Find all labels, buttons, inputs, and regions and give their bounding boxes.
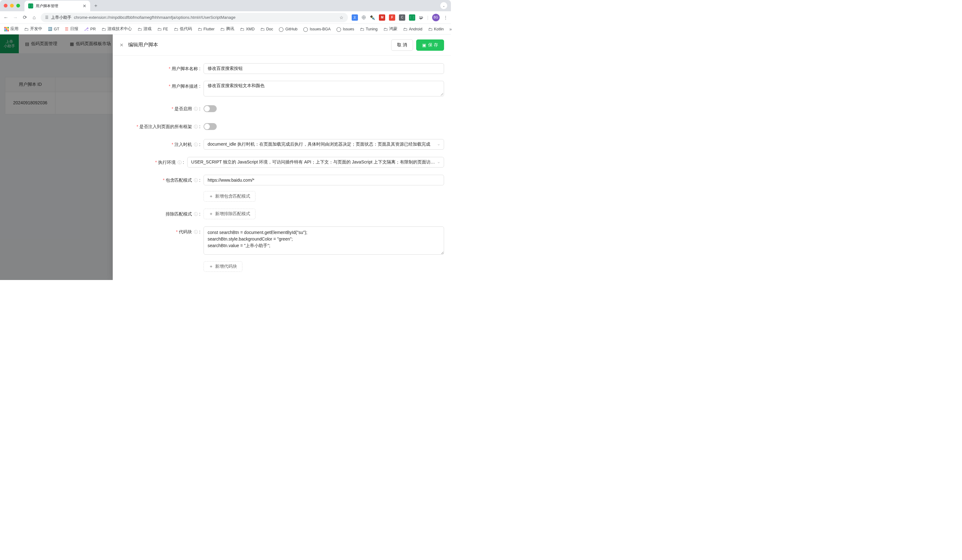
help-icon[interactable]: ⓘ — [194, 178, 198, 182]
drawer-body: *用户脚本名称 : *用户脚本描述 : 修改百度搜索按钮文本和颜色 *是否启用 … — [113, 56, 451, 280]
site-name: 上帝小助手 — [51, 15, 71, 20]
enabled-switch[interactable] — [203, 105, 217, 112]
back-button[interactable]: ← — [3, 15, 9, 20]
extension-translate-icon[interactable]: 文 — [352, 15, 358, 21]
bookmark-daily[interactable]: ☰日报 — [65, 26, 78, 32]
label-include: *包含匹配模式 ⓘ : — [119, 175, 203, 186]
extension-helper-icon[interactable]: ⋮⋮ — [409, 15, 415, 21]
label-exclude: 排除匹配模式 ⓘ : — [119, 208, 203, 219]
save-icon: ▣ — [422, 43, 426, 48]
folder-icon — [240, 27, 244, 32]
label-enabled: *是否启用 ⓘ : — [119, 103, 203, 114]
bookmarks-overflow-icon[interactable]: » — [449, 27, 452, 32]
extension-fe-icon[interactable]: F — [389, 15, 395, 21]
folder-icon — [260, 27, 265, 32]
browser-tab[interactable]: ⋮⋮ 用户脚本管理 ✕ — [24, 1, 90, 11]
bookmark-apps[interactable]: 应用 — [4, 26, 18, 32]
label-desc: *用户脚本描述 : — [119, 81, 203, 92]
forward-button[interactable]: → — [13, 15, 18, 20]
label-allframes: *是否注入到页面的所有框架 ⓘ : — [119, 121, 203, 132]
bookmark-folder[interactable]: Kotlin — [428, 27, 444, 32]
bookmark-folder[interactable]: Tuning — [360, 27, 378, 32]
close-window-button[interactable] — [4, 4, 8, 8]
bookmark-folder[interactable]: Doc — [260, 27, 273, 32]
folder-icon — [102, 27, 106, 32]
plus-icon: ＋ — [209, 264, 213, 270]
github-icon: ◯ — [336, 27, 341, 32]
add-exclude-button[interactable]: ＋新增排除匹配模式 — [203, 208, 255, 219]
folder-icon — [220, 27, 224, 32]
help-icon[interactable]: ⓘ — [194, 212, 198, 216]
minimize-window-button[interactable] — [10, 4, 14, 8]
github-icon: ◯ — [279, 27, 284, 32]
folder-icon — [24, 27, 29, 32]
bookmark-folder[interactable]: 游戏技术中心 — [102, 26, 132, 32]
help-icon[interactable]: ⓘ — [194, 107, 198, 111]
code-textarea[interactable] — [203, 226, 444, 255]
cancel-button[interactable]: 取 消 — [391, 39, 413, 51]
new-tab-button[interactable]: ＋ — [93, 3, 98, 9]
bookmark-github[interactable]: ◯GitHub — [279, 27, 297, 32]
browser-menu-icon[interactable]: ⋮ — [444, 15, 448, 20]
allframes-switch[interactable] — [203, 123, 217, 130]
help-icon[interactable]: ⓘ — [178, 160, 182, 165]
tab-title: 用户脚本管理 — [36, 3, 80, 9]
save-button[interactable]: ▣保 存 — [416, 39, 444, 51]
bookmark-issues-bga[interactable]: ◯Issues-BGA — [303, 27, 331, 32]
bookmark-pr[interactable]: ⎇PR — [84, 27, 95, 31]
bookmark-folder[interactable]: 开发中 — [24, 26, 42, 32]
traffic-lights — [4, 4, 20, 8]
drawer-header: ✕ 编辑用户脚本 取 消 ▣保 存 — [113, 34, 451, 56]
bookmark-folder[interactable]: 低代码 — [174, 26, 192, 32]
label-env: *执行环境 ⓘ : — [119, 157, 187, 168]
folder-icon — [428, 27, 433, 32]
close-tab-icon[interactable]: ✕ — [83, 3, 86, 8]
drawer-title: 编辑用户脚本 — [128, 42, 391, 48]
plus-icon: ＋ — [209, 211, 213, 217]
extension-m-icon[interactable]: M — [379, 15, 385, 21]
bookmark-folder[interactable]: 腾讯 — [220, 26, 234, 32]
tab-overflow-button[interactable]: ⌄ — [440, 2, 447, 9]
address-bar[interactable]: ☰ 上帝小助手 chrome-extension://ninpdibcdfbbf… — [41, 13, 348, 22]
bookmark-folder[interactable]: Flutter — [198, 27, 215, 32]
bookmark-folder[interactable]: 鸿蒙 — [383, 26, 397, 32]
reload-button[interactable]: ⟳ — [22, 15, 27, 20]
github-icon: ◯ — [303, 27, 308, 32]
help-icon[interactable]: ⓘ — [194, 142, 198, 147]
bookmark-folder[interactable]: XMD — [240, 27, 255, 32]
browser-titlebar: ⋮⋮ 用户脚本管理 ✕ ＋ ⌄ — [0, 0, 451, 11]
bookmark-folder[interactable]: 游戏 — [137, 26, 152, 32]
bookmark-issues[interactable]: ◯Issues — [336, 27, 354, 32]
bookmark-star-icon[interactable]: ☆ — [339, 15, 344, 20]
page-content: 上帝 小助手 ▤低码页面管理 ▦低码页面模板市场 用户脚本 ID 用户脚本名称 … — [0, 34, 451, 280]
maximize-window-button[interactable] — [16, 4, 20, 8]
extension-pen-icon[interactable]: ✒️ — [370, 15, 375, 20]
desc-textarea[interactable]: 修改百度搜索按钮文本和颜色 — [203, 81, 444, 97]
plus-icon: ＋ — [209, 194, 213, 199]
site-info-icon[interactable]: ☰ — [45, 15, 48, 20]
extension-c-icon[interactable]: C — [399, 15, 405, 21]
folder-icon — [174, 27, 178, 32]
name-input[interactable] — [203, 63, 444, 74]
tab-favicon: ⋮⋮ — [28, 3, 33, 8]
add-code-button[interactable]: ＋新增代码块 — [203, 261, 242, 272]
bookmark-folder[interactable]: FE — [157, 27, 168, 32]
close-drawer-icon[interactable]: ✕ — [119, 42, 124, 48]
profile-avatar[interactable]: BG — [432, 14, 440, 21]
inject-time-select[interactable]: document_idle 执行时机：在页面加载完成后执行，具体时间由浏览器决定… — [203, 139, 444, 150]
env-select[interactable]: USER_SCRIPT 独立的 JavaScript 环境，可访问插件特有 AP… — [187, 157, 444, 168]
bookmark-gt[interactable]: 🔤GT — [48, 27, 59, 31]
extensions-menu-icon[interactable]: 🧩︎ — [419, 15, 423, 20]
folder-icon — [198, 27, 202, 32]
extension-globe-icon[interactable]: 🌐︎ — [362, 15, 366, 20]
browser-toolbar: ← → ⟳ ⌂ ☰ 上帝小助手 chrome-extension://ninpd… — [0, 11, 451, 24]
add-include-button[interactable]: ＋新增包含匹配模式 — [203, 191, 255, 202]
home-button[interactable]: ⌂ — [31, 15, 37, 20]
help-icon[interactable]: ⓘ — [194, 229, 198, 234]
folder-icon — [157, 27, 161, 32]
include-pattern-input[interactable] — [203, 175, 444, 186]
help-icon[interactable]: ⓘ — [194, 124, 198, 129]
label-code: *代码块 ⓘ : — [119, 226, 203, 237]
bookmark-folder[interactable]: Android — [403, 27, 423, 32]
folder-icon — [403, 27, 407, 32]
